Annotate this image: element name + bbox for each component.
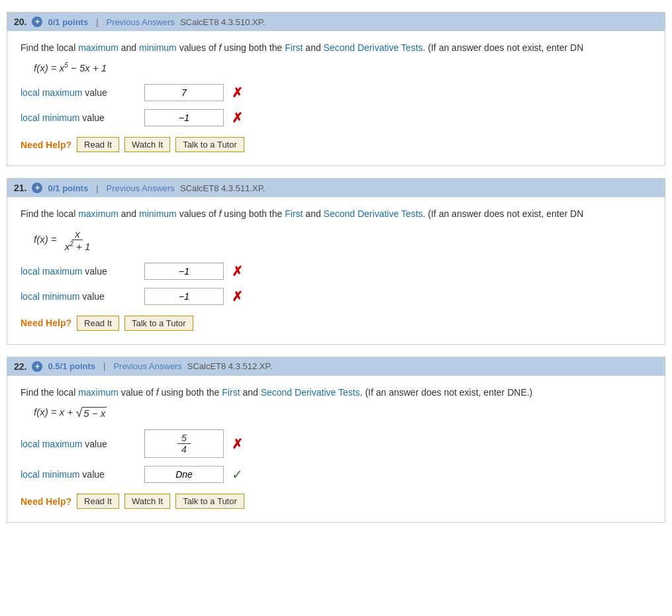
prev-answers-22[interactable]: Previous Answers [113, 361, 181, 371]
min-label-22: local minimum value [21, 469, 136, 480]
max-xmark-20: ✗ [232, 85, 243, 101]
formula-22: f(x) = x + √5 − x [34, 406, 651, 419]
problem-20: 20. + 0/1 points | Previous Answers SCal… [7, 12, 665, 166]
watch-it-btn-22[interactable]: Watch It [124, 494, 170, 509]
min-xmark-21: ✗ [232, 288, 243, 304]
max-label-22: local maximum value [21, 439, 136, 449]
max-input-20[interactable] [144, 84, 224, 101]
problem-21: 21. + 0/1 points | Previous Answers SCal… [7, 178, 665, 344]
read-it-btn-21[interactable]: Read It [77, 316, 119, 331]
points-21: 0/1 points [48, 183, 88, 193]
need-help-label-21: Need Help? [21, 318, 72, 328]
max-label-21: local maximum value [21, 266, 136, 277]
min-label-20: local minimum value [21, 112, 136, 123]
points-20: 0/1 points [48, 17, 88, 27]
min-input-22[interactable] [144, 466, 224, 483]
plus-icon-21[interactable]: + [32, 183, 42, 193]
min-checkmark-22: ✓ [232, 466, 243, 482]
max-label-20: local maximum value [21, 87, 136, 98]
max-row-22: local maximum value 5 4 ✗ [21, 429, 651, 458]
read-it-btn-20[interactable]: Read It [77, 137, 119, 152]
talk-tutor-btn-22[interactable]: Talk to a Tutor [175, 494, 244, 509]
problem-22-description: Find the local maximum value of f using … [21, 385, 651, 400]
problem-21-description: Find the local maximum and minimum value… [21, 206, 651, 221]
watch-it-btn-20[interactable]: Watch It [124, 137, 170, 152]
problem-21-body: Find the local maximum and minimum value… [7, 197, 665, 343]
min-input-21[interactable] [144, 288, 224, 305]
need-help-label-22: Need Help? [21, 496, 72, 507]
plus-icon-20[interactable]: + [32, 17, 42, 27]
formula-21: f(x) = x x2 + 1 [34, 228, 651, 252]
prev-answers-20[interactable]: Previous Answers [107, 17, 175, 27]
max-row-20: local maximum value ✗ [21, 84, 651, 101]
problem-20-description: Find the local maximum and minimum value… [21, 40, 651, 55]
problem-20-header: 20. + 0/1 points | Previous Answers SCal… [7, 13, 665, 31]
max-row-21: local maximum value ✗ [21, 263, 651, 280]
ref-22: SCalcET8 4.3.512.XP. [187, 361, 272, 371]
max-xmark-22: ✗ [232, 436, 243, 452]
min-input-20[interactable] [144, 109, 224, 126]
formula-20: f(x) = x5 − 5x + 1 [34, 62, 651, 73]
problem-22-body: Find the local maximum value of f using … [7, 376, 665, 522]
max-xmark-21: ✗ [232, 263, 243, 279]
need-help-label-20: Need Help? [21, 140, 72, 150]
problem-21-header: 21. + 0/1 points | Previous Answers SCal… [7, 179, 665, 197]
help-row-21: Need Help? Read It Talk to a Tutor [21, 316, 651, 331]
talk-tutor-btn-21[interactable]: Talk to a Tutor [124, 316, 193, 331]
prev-answers-21[interactable]: Previous Answers [107, 183, 175, 193]
min-label-21: local minimum value [21, 291, 136, 302]
talk-tutor-btn-20[interactable]: Talk to a Tutor [175, 137, 244, 152]
min-row-21: local minimum value ✗ [21, 288, 651, 305]
ref-20: SCalcET8 4.3.510.XP. [180, 17, 265, 27]
min-xmark-20: ✗ [232, 110, 243, 126]
points-22: 0.5/1 points [48, 361, 95, 371]
problem-number-22: 22. [14, 361, 26, 372]
min-row-22: local minimum value ✓ [21, 466, 651, 483]
ref-21: SCalcET8 4.3.511.XP. [180, 183, 265, 193]
help-row-20: Need Help? Read It Watch It Talk to a Tu… [21, 137, 651, 152]
min-row-20: local minimum value ✗ [21, 109, 651, 126]
problem-number-21: 21. [14, 183, 26, 193]
problem-22-header: 22. + 0.5/1 points | Previous Answers SC… [7, 357, 665, 376]
max-input-box-22[interactable]: 5 4 [144, 429, 224, 458]
plus-icon-22[interactable]: + [32, 361, 42, 372]
problem-22: 22. + 0.5/1 points | Previous Answers SC… [7, 357, 665, 523]
problem-number-20: 20. [14, 17, 26, 27]
problem-20-body: Find the local maximum and minimum value… [7, 31, 665, 165]
max-input-21[interactable] [144, 263, 224, 280]
read-it-btn-22[interactable]: Read It [77, 494, 119, 509]
help-row-22: Need Help? Read It Watch It Talk to a Tu… [21, 494, 651, 509]
